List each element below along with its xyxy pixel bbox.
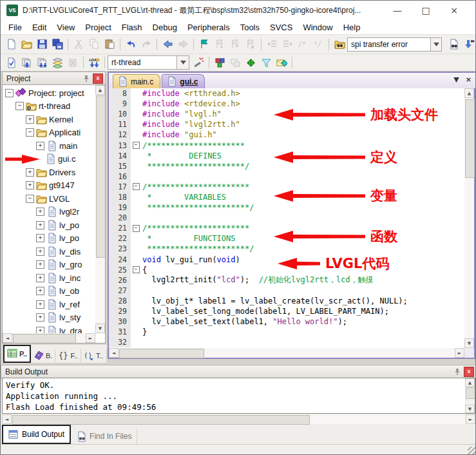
tree-item-lv-po[interactable]: +lv_po [3,218,95,232]
comment-selection-icon[interactable]: /* [296,37,310,52]
fold-collapse-icon[interactable]: − [133,142,140,149]
panel-tab-p[interactable]: P.. [3,345,31,363]
nav-back-icon[interactable] [160,37,175,52]
code-line[interactable]: 9#include <rtdevice.h> [109,99,464,109]
expand-icon[interactable]: + [36,300,44,309]
collapse-icon[interactable]: − [5,89,14,97]
code-line[interactable]: 16 [109,171,464,182]
collapse-icon[interactable]: − [26,128,34,137]
tree-item-applicati[interactable]: −Applicati [3,126,95,140]
build-vscrollbar[interactable]: ▲ ▼ [465,378,475,413]
expand-icon[interactable]: + [36,247,44,256]
tree-item-lv-ref[interactable]: +lv_ref [3,298,95,311]
code-line[interactable]: 18 * VARIABLES [109,192,464,202]
target-options-wand-icon[interactable] [191,55,205,70]
code-line[interactable]: 13−/********************* [109,140,464,150]
tree-item-lv-inc[interactable]: +lv_inc [3,271,95,285]
build-icon[interactable] [19,55,33,70]
build-scroll-right-icon[interactable]: ► [466,414,475,424]
editor-hscrollbar[interactable]: ◄ ► [109,348,464,358]
build-output-close-icon[interactable]: x [464,367,474,377]
configure-filter-icon[interactable] [259,55,273,70]
find-in-target-icon[interactable] [332,37,347,52]
code-line[interactable]: 27 [109,286,464,296]
build-vscroll-thumb[interactable] [466,387,475,399]
manage-runtime-env-icon[interactable] [213,55,227,70]
code-line[interactable]: 23 **********************/ [109,244,464,254]
load-flash-icon[interactable]: LOAD [87,55,101,70]
build-scroll-down-icon[interactable]: ▼ [465,405,475,413]
expand-icon[interactable]: + [36,287,44,295]
nav-forward-icon[interactable] [176,37,190,52]
undo-icon[interactable] [124,37,138,52]
tree-vscrollbar[interactable]: ▲ ▼ [95,85,105,333]
tree-item-lvgl[interactable]: −LVGL [3,192,95,206]
editor-scroll-left-icon[interactable]: ◄ [109,348,119,358]
code-line[interactable]: 21−/********************** [109,223,464,233]
code-line[interactable]: 22 * FUNCTIONS [109,233,464,244]
panel-tab-t[interactable]: ()T.. [81,349,107,363]
expand-icon[interactable]: + [26,115,34,124]
maximize-button[interactable]: □ [412,1,440,20]
bottom-tab-find-in-files[interactable]: Find In Files [71,429,137,444]
expand-icon[interactable]: + [36,313,44,322]
editor-tab-gui-c[interactable]: gui.c [162,74,205,88]
find-text-combo[interactable] [347,37,431,52]
tree-scroll-left-icon[interactable]: ◄ [3,333,12,343]
paste-icon[interactable] [102,37,117,52]
expand-icon[interactable]: + [36,260,44,269]
editor-hscroll-thumb[interactable] [119,349,204,358]
menu-view[interactable]: View [52,21,80,34]
editor-scroll-right-icon[interactable]: ► [455,348,464,358]
tree-hscroll-thumb[interactable] [13,334,76,344]
tree-scroll-up-icon[interactable]: ▲ [95,85,105,95]
code-line[interactable]: 28 lv_obj_t* label1 = lv_label_create(lv… [109,296,464,306]
collapse-icon[interactable]: − [26,195,34,203]
code-line[interactable]: 10#include "lvgl.h" [109,109,464,119]
build-scroll-up-icon[interactable]: ▲ [465,378,475,387]
bottom-tab-build-output[interactable]: Build Output [2,425,71,444]
code-line[interactable]: 14 * DEFINES [109,151,464,161]
menu-help[interactable]: Help [338,21,366,34]
expand-icon[interactable]: + [36,234,44,242]
find-in-files-icon[interactable] [446,37,461,52]
bookmark-next-icon[interactable] [228,37,242,52]
tree-scroll-right-icon[interactable]: ► [86,333,95,343]
target-select-combo[interactable] [108,55,177,70]
open-folder-icon[interactable] [19,37,33,52]
cut-icon[interactable] [71,37,86,52]
expand-icon[interactable]: + [36,142,44,150]
bookmark-toggle-icon[interactable] [197,37,211,52]
menu-edit[interactable]: Edit [27,21,52,34]
close-button[interactable]: × [440,1,468,20]
bookmark-clear-all-icon[interactable] [243,37,258,52]
bookmark-prev-icon[interactable] [213,37,227,52]
pack-installer-icon[interactable] [274,55,289,70]
code-line[interactable]: 26 lvgl2rtt_init("lcd"); //初始化lvgl2rtt，l… [109,275,464,286]
code-line[interactable]: 11#include "lvgl2rtt.h" [109,119,464,130]
tree-item-kernel[interactable]: +Kernel [3,113,95,126]
tree-item-lvgl2r[interactable]: +lvgl2r [3,206,95,219]
batch-build-icon[interactable] [50,55,64,70]
tree-vscroll-thumb[interactable] [96,95,106,258]
resize-grip[interactable] [468,447,475,454]
expand-icon[interactable]: + [36,221,44,229]
menu-peripherals[interactable]: Peripherals [182,21,235,34]
code-line[interactable]: 29 lv_label_set_long_mode(label1, LV_LAB… [109,306,464,316]
tree-item-main[interactable]: +main [3,139,95,153]
menu-debug[interactable]: Debug [148,21,182,34]
tree-item-lv-sty[interactable]: +lv_sty [3,311,95,325]
pin-icon[interactable] [453,367,462,376]
tree-item-lv-ob[interactable]: +lv_ob [3,285,95,298]
incremental-find-icon[interactable] [462,37,476,52]
manage-multi-project-icon[interactable] [228,55,242,70]
code-line[interactable]: 24void lv_gui_run(void) [109,255,464,265]
minimize-button[interactable]: — [383,1,412,20]
editor-vscroll-thumb[interactable] [465,99,475,178]
tree-item-project-project[interactable]: −Project: project [3,86,95,100]
build-hscrollbar[interactable]: ◄ ► [2,414,475,424]
code-editor[interactable]: 8#include <rtthread.h>9#include <rtdevic… [109,88,464,348]
fold-collapse-icon[interactable]: − [133,183,140,190]
editor-scroll-up-icon[interactable]: ▲ [464,88,474,98]
expand-icon[interactable]: + [26,181,34,189]
